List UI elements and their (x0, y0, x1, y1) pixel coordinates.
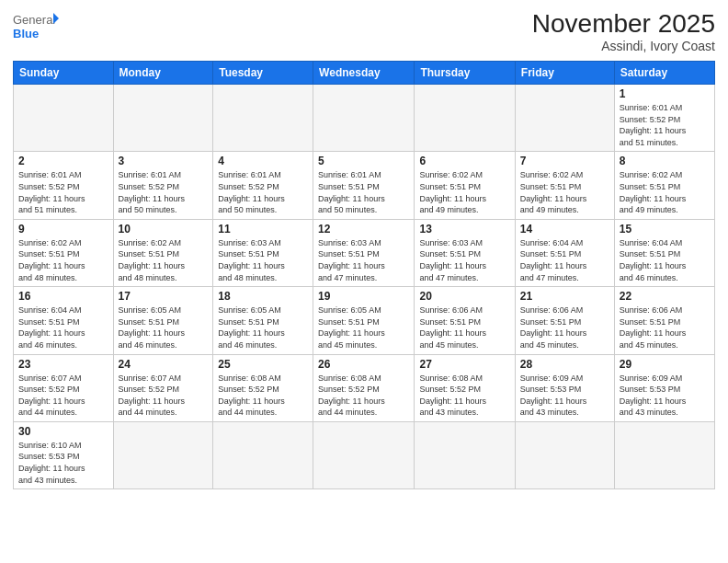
calendar-cell: 15Sunrise: 6:04 AM Sunset: 5:51 PM Dayli… (614, 219, 714, 286)
title-block: November 2025 Assindi, Ivory Coast (532, 9, 715, 53)
day-info: Sunrise: 6:09 AM Sunset: 5:53 PM Dayligh… (620, 373, 710, 419)
day-info: Sunrise: 6:02 AM Sunset: 5:51 PM Dayligh… (419, 169, 509, 215)
calendar-cell: 14Sunrise: 6:04 AM Sunset: 5:51 PM Dayli… (515, 219, 614, 286)
day-info: Sunrise: 6:04 AM Sunset: 5:51 PM Dayligh… (18, 304, 108, 350)
day-info: Sunrise: 6:04 AM Sunset: 5:51 PM Dayligh… (620, 237, 710, 283)
day-number: 28 (520, 358, 609, 371)
day-info: Sunrise: 6:02 AM Sunset: 5:51 PM Dayligh… (18, 237, 108, 283)
calendar-cell (213, 85, 313, 152)
day-info: Sunrise: 6:09 AM Sunset: 5:53 PM Dayligh… (520, 373, 609, 419)
day-info: Sunrise: 6:04 AM Sunset: 5:51 PM Dayligh… (520, 237, 609, 283)
day-number: 9 (18, 223, 108, 236)
header-thursday: Thursday (415, 62, 515, 85)
header-sunday: Sunday (14, 62, 114, 85)
day-info: Sunrise: 6:08 AM Sunset: 5:52 PM Dayligh… (218, 373, 308, 419)
week-row-2: 2Sunrise: 6:01 AM Sunset: 5:52 PM Daylig… (14, 152, 715, 219)
page: General Blue November 2025 Assindi, Ivor… (0, 0, 728, 563)
header-saturday: Saturday (614, 62, 714, 85)
day-number: 19 (318, 290, 409, 303)
calendar-cell: 20Sunrise: 6:06 AM Sunset: 5:51 PM Dayli… (415, 287, 515, 354)
calendar-cell (515, 421, 614, 488)
day-info: Sunrise: 6:02 AM Sunset: 5:51 PM Dayligh… (119, 237, 209, 283)
calendar-cell (113, 85, 213, 152)
calendar-cell: 17Sunrise: 6:05 AM Sunset: 5:51 PM Dayli… (113, 287, 213, 354)
calendar-cell: 1Sunrise: 6:01 AM Sunset: 5:52 PM Daylig… (614, 85, 714, 152)
calendar-cell: 4Sunrise: 6:01 AM Sunset: 5:52 PM Daylig… (213, 152, 313, 219)
day-info: Sunrise: 6:07 AM Sunset: 5:52 PM Dayligh… (18, 373, 108, 419)
calendar-cell (415, 421, 515, 488)
day-info: Sunrise: 6:01 AM Sunset: 5:52 PM Dayligh… (119, 169, 209, 215)
day-info: Sunrise: 6:01 AM Sunset: 5:51 PM Dayligh… (318, 169, 409, 215)
calendar-cell: 13Sunrise: 6:03 AM Sunset: 5:51 PM Dayli… (415, 219, 515, 286)
week-row-1: 1Sunrise: 6:01 AM Sunset: 5:52 PM Daylig… (14, 85, 715, 152)
day-number: 24 (119, 358, 209, 371)
day-number: 2 (18, 155, 108, 167)
calendar-cell: 22Sunrise: 6:06 AM Sunset: 5:51 PM Dayli… (614, 287, 714, 354)
calendar-cell: 24Sunrise: 6:07 AM Sunset: 5:52 PM Dayli… (113, 354, 213, 421)
calendar-cell: 21Sunrise: 6:06 AM Sunset: 5:51 PM Dayli… (515, 287, 614, 354)
header-wednesday: Wednesday (313, 62, 415, 85)
calendar-cell: 5Sunrise: 6:01 AM Sunset: 5:51 PM Daylig… (313, 152, 415, 219)
calendar-cell (213, 421, 313, 488)
calendar-cell: 18Sunrise: 6:05 AM Sunset: 5:51 PM Dayli… (213, 287, 313, 354)
calendar-cell: 30Sunrise: 6:10 AM Sunset: 5:53 PM Dayli… (14, 421, 114, 488)
day-info: Sunrise: 6:07 AM Sunset: 5:52 PM Dayligh… (119, 373, 209, 419)
svg-text:General: General (13, 13, 55, 27)
calendar-table: SundayMondayTuesdayWednesdayThursdayFrid… (13, 61, 715, 489)
calendar-cell: 26Sunrise: 6:08 AM Sunset: 5:52 PM Dayli… (313, 354, 415, 421)
day-info: Sunrise: 6:03 AM Sunset: 5:51 PM Dayligh… (318, 237, 409, 283)
day-info: Sunrise: 6:08 AM Sunset: 5:52 PM Dayligh… (419, 373, 509, 419)
calendar-cell: 10Sunrise: 6:02 AM Sunset: 5:51 PM Dayli… (113, 219, 213, 286)
calendar-cell (113, 421, 213, 488)
calendar-cell: 12Sunrise: 6:03 AM Sunset: 5:51 PM Dayli… (313, 219, 415, 286)
day-number: 4 (218, 155, 308, 167)
calendar-cell: 28Sunrise: 6:09 AM Sunset: 5:53 PM Dayli… (515, 354, 614, 421)
day-number: 3 (119, 155, 209, 167)
day-number: 13 (419, 223, 509, 236)
week-row-5: 23Sunrise: 6:07 AM Sunset: 5:52 PM Dayli… (14, 354, 715, 421)
day-number: 22 (620, 290, 710, 303)
day-number: 29 (620, 358, 710, 371)
calendar-cell: 19Sunrise: 6:05 AM Sunset: 5:51 PM Dayli… (313, 287, 415, 354)
calendar-cell (313, 421, 415, 488)
calendar-cell: 23Sunrise: 6:07 AM Sunset: 5:52 PM Dayli… (14, 354, 114, 421)
calendar-cell (614, 421, 714, 488)
header: General Blue November 2025 Assindi, Ivor… (13, 9, 715, 53)
calendar-cell (515, 85, 614, 152)
day-number: 18 (218, 290, 308, 303)
day-number: 16 (18, 290, 108, 303)
day-number: 20 (419, 290, 509, 303)
day-info: Sunrise: 6:06 AM Sunset: 5:51 PM Dayligh… (520, 304, 609, 350)
day-number: 7 (520, 155, 609, 167)
day-number: 17 (119, 290, 209, 303)
calendar-cell (313, 85, 415, 152)
day-info: Sunrise: 6:06 AM Sunset: 5:51 PM Dayligh… (419, 304, 509, 350)
calendar-cell: 7Sunrise: 6:02 AM Sunset: 5:51 PM Daylig… (515, 152, 614, 219)
page-subtitle: Assindi, Ivory Coast (532, 39, 715, 53)
day-number: 14 (520, 223, 609, 236)
header-friday: Friday (515, 62, 614, 85)
week-row-6: 30Sunrise: 6:10 AM Sunset: 5:53 PM Dayli… (14, 421, 715, 488)
calendar-cell: 27Sunrise: 6:08 AM Sunset: 5:52 PM Dayli… (415, 354, 515, 421)
page-title: November 2025 (532, 9, 715, 39)
day-info: Sunrise: 6:01 AM Sunset: 5:52 PM Dayligh… (18, 169, 108, 215)
svg-text:Blue: Blue (13, 27, 39, 40)
svg-marker-2 (53, 13, 59, 24)
calendar-cell: 11Sunrise: 6:03 AM Sunset: 5:51 PM Dayli… (213, 219, 313, 286)
day-info: Sunrise: 6:03 AM Sunset: 5:51 PM Dayligh… (218, 237, 308, 283)
day-number: 5 (318, 155, 409, 167)
calendar-cell (14, 85, 114, 152)
calendar-cell: 3Sunrise: 6:01 AM Sunset: 5:52 PM Daylig… (113, 152, 213, 219)
day-info: Sunrise: 6:05 AM Sunset: 5:51 PM Dayligh… (318, 304, 409, 350)
day-number: 30 (18, 425, 108, 438)
day-number: 25 (218, 358, 308, 371)
day-number: 1 (620, 87, 710, 100)
calendar-header-row: SundayMondayTuesdayWednesdayThursdayFrid… (14, 62, 715, 85)
logo: General Blue (13, 9, 59, 46)
calendar-cell: 8Sunrise: 6:02 AM Sunset: 5:51 PM Daylig… (614, 152, 714, 219)
day-info: Sunrise: 6:01 AM Sunset: 5:52 PM Dayligh… (620, 102, 710, 148)
day-info: Sunrise: 6:02 AM Sunset: 5:51 PM Dayligh… (620, 169, 710, 215)
day-number: 15 (620, 223, 710, 236)
header-tuesday: Tuesday (213, 62, 313, 85)
week-row-3: 9Sunrise: 6:02 AM Sunset: 5:51 PM Daylig… (14, 219, 715, 286)
